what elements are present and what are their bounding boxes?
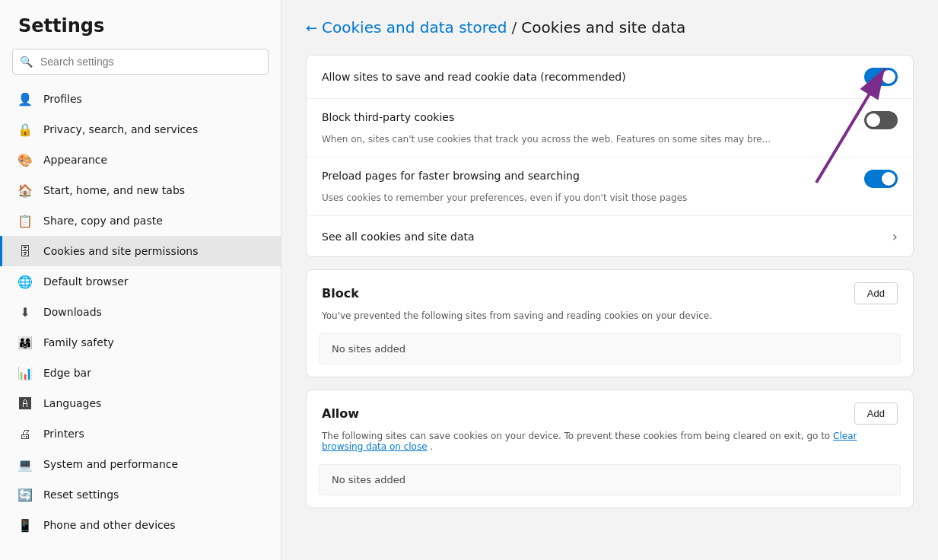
sidebar-item-label-profiles: Profiles: [43, 93, 82, 105]
sidebar-item-label-system: System and performance: [43, 458, 178, 470]
block-add-button[interactable]: Add: [854, 282, 898, 304]
phone-icon: 📱: [17, 517, 33, 533]
preload-pages-header: Preload pages for faster browsing and se…: [322, 170, 898, 188]
chevron-right-icon: ›: [892, 228, 898, 244]
sidebar-item-downloads[interactable]: ⬇Downloads: [0, 297, 281, 327]
allow-no-sites: No sites added: [319, 464, 901, 495]
breadcrumb: ← Cookies and data stored / Cookies and …: [306, 18, 914, 37]
preload-pages-thumb: [882, 172, 895, 186]
allow-desc-text: The following sites can save cookies on …: [322, 431, 830, 441]
block-third-party-track: [864, 111, 898, 129]
sidebar-item-share-copy[interactable]: 📋Share, copy and paste: [0, 205, 281, 236]
sidebar-item-family-safety[interactable]: 👨‍👩‍👧Family safety: [0, 327, 281, 358]
family-safety-icon: 👨‍👩‍👧: [17, 335, 33, 350]
sidebar-item-label-family-safety: Family safety: [43, 336, 114, 348]
allow-section-header: Allow Add: [307, 390, 913, 431]
sidebar-item-profiles[interactable]: 👤Profiles: [0, 84, 281, 114]
sidebar-item-label-languages: Languages: [43, 397, 101, 409]
sidebar-item-start-home[interactable]: 🏠Start, home, and new tabs: [0, 175, 281, 205]
sidebar-title: Settings: [0, 0, 281, 49]
sidebar-item-system[interactable]: 💻System and performance: [0, 449, 281, 479]
system-icon: 💻: [17, 457, 33, 472]
sidebar-item-privacy[interactable]: 🔒Privacy, search, and services: [0, 114, 281, 145]
sidebar-nav: 👤Profiles🔒Privacy, search, and services🎨…: [0, 84, 281, 540]
allow-cookies-label: Allow sites to save and read cookie data…: [322, 71, 626, 83]
reset-icon: 🔄: [17, 487, 33, 502]
block-no-sites: No sites added: [319, 333, 901, 364]
sidebar-item-default-browser[interactable]: 🌐Default browser: [0, 266, 281, 297]
block-desc: You've prevented the following sites fro…: [307, 310, 913, 330]
sidebar: Settings 🔍 👤Profiles🔒Privacy, search, an…: [0, 0, 281, 560]
preload-pages-label: Preload pages for faster browsing and se…: [322, 170, 580, 182]
sidebar-item-languages[interactable]: 🅰Languages: [0, 388, 281, 418]
preload-pages-row: Preload pages for faster browsing and se…: [307, 158, 913, 216]
privacy-icon: 🔒: [17, 122, 33, 137]
sidebar-item-phone[interactable]: 📱Phone and other devices: [0, 510, 281, 540]
sidebar-item-appearance[interactable]: 🎨Appearance: [0, 145, 281, 175]
breadcrumb-parent-link[interactable]: Cookies and data stored: [322, 18, 507, 37]
sidebar-item-printers[interactable]: 🖨Printers: [0, 418, 281, 449]
allow-cookies-toggle[interactable]: [864, 68, 898, 86]
appearance-icon: 🎨: [17, 152, 33, 167]
block-third-party-label: Block third-party cookies: [322, 111, 454, 123]
sidebar-item-label-cookies: Cookies and site permissions: [43, 245, 199, 257]
see-all-cookies-label: See all cookies and site data: [322, 231, 475, 243]
sidebar-item-edge-bar[interactable]: 📊Edge bar: [0, 358, 281, 388]
start-home-icon: 🏠: [17, 183, 33, 198]
preload-pages-track: [864, 170, 898, 188]
block-third-party-row: Block third-party cookies When on, sites…: [307, 99, 913, 158]
sidebar-item-label-start-home: Start, home, and new tabs: [43, 184, 185, 196]
preload-pages-desc: Uses cookies to remember your preference…: [322, 192, 816, 203]
printers-icon: 🖨: [17, 426, 33, 441]
block-third-party-thumb: [866, 113, 880, 127]
cookies-icon: 🗄: [17, 243, 33, 259]
sidebar-item-label-edge-bar: Edge bar: [43, 367, 91, 379]
preload-pages-toggle[interactable]: [864, 170, 898, 188]
sidebar-item-reset[interactable]: 🔄Reset settings: [0, 479, 281, 510]
main-settings-card: Allow sites to save and read cookie data…: [306, 55, 914, 257]
block-section-card: Block Add You've prevented the following…: [306, 269, 914, 377]
languages-icon: 🅰: [17, 396, 33, 411]
main-wrap: ← Cookies and data stored / Cookies and …: [281, 0, 938, 560]
main-content: ← Cookies and data stored / Cookies and …: [281, 0, 938, 539]
allow-title: Allow: [322, 406, 359, 421]
block-third-party-header: Block third-party cookies: [322, 111, 898, 129]
allow-desc-end: .: [430, 441, 433, 452]
block-third-party-toggle[interactable]: [864, 111, 898, 129]
profiles-icon: 👤: [17, 91, 33, 107]
edge-bar-icon: 📊: [17, 365, 33, 380]
breadcrumb-back-button[interactable]: ←: [306, 20, 317, 36]
allow-add-button[interactable]: Add: [854, 402, 898, 425]
default-browser-icon: 🌐: [17, 274, 33, 289]
search-input[interactable]: [12, 49, 269, 75]
sidebar-item-label-phone: Phone and other devices: [43, 519, 176, 531]
downloads-icon: ⬇: [17, 304, 33, 320]
allow-section-card: Allow Add The following sites can save c…: [306, 390, 914, 508]
block-section-header: Block Add: [307, 270, 913, 310]
sidebar-item-label-downloads: Downloads: [43, 306, 102, 318]
breadcrumb-current: Cookies and site data: [521, 18, 685, 37]
sidebar-item-label-appearance: Appearance: [43, 154, 107, 166]
allow-cookies-thumb: [882, 70, 895, 84]
sidebar-item-cookies[interactable]: 🗄Cookies and site permissions: [0, 236, 281, 266]
sidebar-item-label-default-browser: Default browser: [43, 275, 129, 288]
sidebar-item-label-privacy: Privacy, search, and services: [43, 123, 198, 135]
block-third-party-desc: When on, sites can't use cookies that tr…: [322, 134, 816, 145]
allow-desc: The following sites can save cookies on …: [307, 431, 913, 461]
share-copy-icon: 📋: [17, 213, 33, 228]
search-icon: 🔍: [20, 56, 33, 68]
allow-cookies-row: Allow sites to save and read cookie data…: [307, 56, 913, 99]
block-title: Block: [322, 286, 359, 301]
sidebar-item-label-reset: Reset settings: [43, 488, 119, 501]
breadcrumb-separator: /: [511, 18, 517, 37]
allow-cookies-track: [864, 68, 898, 86]
see-all-cookies-row[interactable]: See all cookies and site data ›: [307, 216, 913, 256]
search-bar: 🔍: [12, 49, 269, 75]
sidebar-item-label-share-copy: Share, copy and paste: [43, 215, 163, 227]
sidebar-item-label-printers: Printers: [43, 428, 84, 440]
